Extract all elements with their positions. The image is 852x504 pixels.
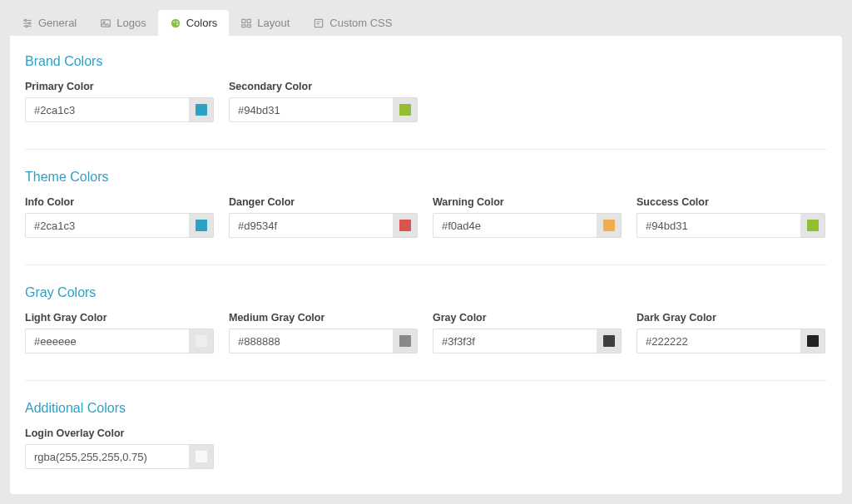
- svg-rect-14: [242, 24, 245, 27]
- divider: [25, 380, 827, 381]
- svg-point-10: [176, 21, 178, 22]
- tabs-bar: General Logos Colors Layout Custom CSS: [10, 10, 842, 36]
- color-swatch: [196, 104, 207, 116]
- dark-gray-swatch-button[interactable]: [800, 329, 825, 353]
- dark-gray-color-input[interactable]: [637, 329, 800, 353]
- danger-color-swatch-button[interactable]: [393, 213, 418, 238]
- field-dark-gray-color: Dark Gray Color: [637, 312, 825, 353]
- primary-color-swatch-button[interactable]: [189, 97, 214, 122]
- tab-label: Custom CSS: [329, 17, 392, 29]
- color-swatch: [603, 335, 615, 347]
- color-swatch: [399, 335, 411, 347]
- secondary-color-swatch-button[interactable]: [393, 97, 418, 122]
- svg-rect-13: [247, 19, 250, 22]
- settings-panel: Brand Colors Primary Color Secondary Col…: [10, 36, 842, 494]
- primary-color-input[interactable]: [25, 97, 189, 122]
- tab-layout[interactable]: Layout: [229, 10, 301, 36]
- color-swatch: [603, 220, 615, 231]
- section-brand-colors: Brand Colors Primary Color Secondary Col…: [25, 54, 827, 122]
- success-color-input[interactable]: [637, 213, 800, 238]
- field-label: Info Color: [25, 196, 214, 208]
- tab-label: Layout: [257, 17, 290, 29]
- info-color-swatch-button[interactable]: [189, 213, 214, 238]
- field-label: Light Gray Color: [25, 312, 214, 324]
- section-title: Theme Colors: [25, 170, 827, 185]
- color-swatch: [399, 220, 411, 231]
- tab-custom-css[interactable]: Custom CSS: [301, 10, 404, 36]
- gray-swatch-button[interactable]: [597, 329, 622, 353]
- danger-color-input[interactable]: [229, 213, 393, 238]
- tab-general[interactable]: General: [10, 10, 88, 36]
- svg-point-11: [176, 23, 178, 25]
- gray-color-input[interactable]: [433, 329, 597, 353]
- section-title: Brand Colors: [25, 54, 827, 69]
- field-success-color: Success Color: [637, 196, 825, 238]
- field-label: Login Overlay Color: [25, 427, 214, 439]
- field-label: Warning Color: [433, 196, 622, 208]
- field-label: Dark Gray Color: [637, 312, 825, 324]
- warning-color-input[interactable]: [433, 213, 597, 238]
- svg-rect-15: [247, 24, 250, 27]
- field-light-gray-color: Light Gray Color: [25, 312, 214, 353]
- info-color-input[interactable]: [25, 213, 189, 238]
- svg-point-4: [28, 22, 30, 23]
- palette-icon: [170, 17, 181, 29]
- color-swatch: [196, 451, 207, 462]
- field-gray-color: Gray Color: [433, 312, 622, 353]
- field-login-overlay-color: Login Overlay Color: [25, 427, 214, 469]
- tab-logos[interactable]: Logos: [88, 10, 157, 36]
- section-title: Additional Colors: [25, 401, 827, 416]
- color-swatch: [807, 220, 819, 231]
- field-label: Secondary Color: [229, 81, 418, 92]
- section-title: Gray Colors: [25, 285, 827, 300]
- field-label: Danger Color: [229, 196, 418, 208]
- layout-icon: [240, 17, 252, 29]
- login-overlay-swatch-button[interactable]: [189, 444, 214, 469]
- svg-point-3: [25, 19, 27, 21]
- field-danger-color: Danger Color: [229, 196, 418, 238]
- svg-point-9: [173, 21, 175, 22]
- sliders-icon: [22, 17, 33, 29]
- medium-gray-color-input[interactable]: [229, 329, 393, 353]
- section-gray-colors: Gray Colors Light Gray Color Medium Gray…: [25, 285, 827, 353]
- color-swatch: [807, 335, 819, 347]
- svg-point-5: [26, 25, 27, 27]
- tab-colors[interactable]: Colors: [158, 10, 230, 36]
- color-swatch: [196, 220, 207, 231]
- tab-label: Colors: [186, 17, 218, 29]
- field-secondary-color: Secondary Color: [229, 81, 418, 122]
- success-color-swatch-button[interactable]: [800, 213, 825, 238]
- field-warning-color: Warning Color: [433, 196, 622, 238]
- tab-label: Logos: [116, 17, 146, 29]
- svg-rect-12: [242, 19, 245, 22]
- color-swatch: [196, 335, 207, 347]
- divider: [25, 149, 827, 150]
- field-primary-color: Primary Color: [25, 81, 214, 122]
- section-additional-colors: Additional Colors Login Overlay Color: [25, 401, 827, 469]
- light-gray-color-input[interactable]: [25, 329, 189, 353]
- warning-color-swatch-button[interactable]: [597, 213, 622, 238]
- image-icon: [100, 17, 111, 29]
- field-label: Success Color: [637, 196, 825, 208]
- light-gray-swatch-button[interactable]: [189, 329, 214, 353]
- css-icon: [313, 17, 324, 29]
- field-label: Gray Color: [433, 312, 622, 324]
- login-overlay-color-input[interactable]: [25, 444, 189, 469]
- tab-label: General: [38, 17, 77, 29]
- field-medium-gray-color: Medium Gray Color: [229, 312, 418, 353]
- medium-gray-swatch-button[interactable]: [393, 329, 418, 353]
- divider: [25, 264, 827, 265]
- field-info-color: Info Color: [25, 196, 214, 238]
- section-theme-colors: Theme Colors Info Color Danger Color War…: [25, 170, 827, 238]
- secondary-color-input[interactable]: [229, 97, 393, 122]
- color-swatch: [399, 104, 411, 116]
- field-label: Primary Color: [25, 81, 214, 92]
- field-label: Medium Gray Color: [229, 312, 418, 324]
- svg-point-8: [171, 18, 180, 27]
